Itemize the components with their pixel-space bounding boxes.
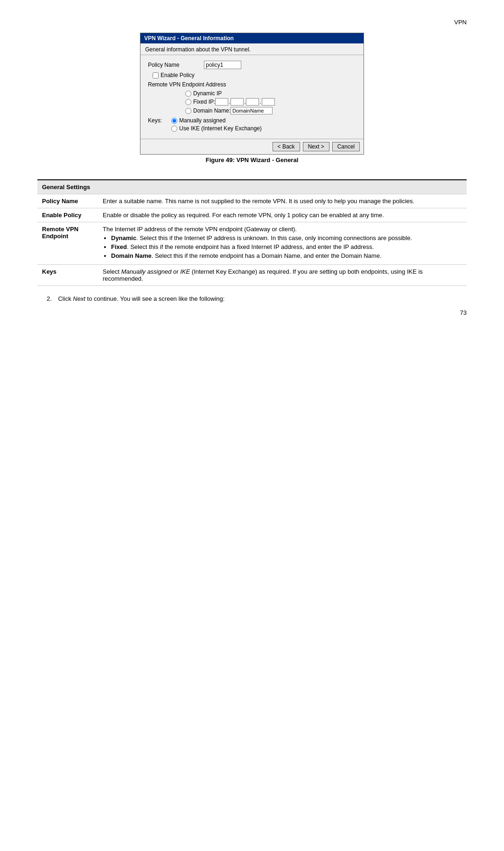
fixed-ip-octet2[interactable] xyxy=(231,98,244,106)
fixed-ip-octet4[interactable] xyxy=(262,98,275,106)
table-row: Keys Select Manually assigned or IKE (In… xyxy=(37,265,467,286)
enable-policy-row: Enable Policy xyxy=(153,72,356,78)
page-number: 73 xyxy=(460,309,467,316)
remote-vpn-term: Remote VPN Endpoint xyxy=(37,222,98,265)
dialog-body: Policy Name Enable Policy Remote VPN End… xyxy=(140,55,364,139)
manually-assigned-label: Manually assigned xyxy=(179,117,225,124)
domain-name-radio[interactable] xyxy=(185,108,191,114)
domain-name-row: Domain Name: xyxy=(185,107,356,114)
policy-name-row: Policy Name xyxy=(148,61,356,69)
vpn-section-label: VPN xyxy=(454,19,467,26)
settings-table-header: General Settings xyxy=(37,180,467,194)
domain-name-input[interactable] xyxy=(231,107,273,114)
manually-assigned-row: Manually assigned xyxy=(171,117,262,124)
step2-text: 2. Click Next to continue. You will see … xyxy=(37,295,467,302)
fixed-ip-radio[interactable] xyxy=(185,99,191,105)
table-row: Policy Name Enter a suitable name. This … xyxy=(37,194,467,208)
list-item: Dynamic. Select this if the Internet IP … xyxy=(111,234,462,241)
next-button[interactable]: Next > xyxy=(303,142,329,151)
fixed-ip-label: Fixed IP: xyxy=(193,99,215,105)
table-row: Remote VPN Endpoint The Internet IP addr… xyxy=(37,222,467,265)
general-settings-table: General Settings Policy Name Enter a sui… xyxy=(37,179,467,286)
policy-name-input[interactable] xyxy=(204,61,241,69)
domain-name-label: Domain Name: xyxy=(193,107,231,114)
enable-policy-checkbox[interactable] xyxy=(153,72,159,78)
keys-label: Keys: xyxy=(148,117,171,124)
figure-caption: Figure 49: VPN Wizard - General xyxy=(206,156,299,163)
dialog-title-bar: VPN Wizard - General Information xyxy=(140,33,364,43)
policy-name-label: Policy Name xyxy=(148,62,204,68)
dialog-footer: < Back Next > Cancel xyxy=(140,139,364,154)
ike-label: Use IKE (Internet Key Exchange) xyxy=(179,125,262,132)
policy-name-desc: Enter a suitable name. This name is not … xyxy=(98,194,467,208)
dynamic-ip-radio[interactable] xyxy=(185,91,191,97)
remote-vpn-list: Dynamic. Select this if the Internet IP … xyxy=(103,234,462,259)
dialog-wrapper: VPN Wizard - General Information General… xyxy=(37,33,467,172)
remote-vpn-label: Remote VPN Endpoint Address xyxy=(148,81,356,88)
ike-row: Use IKE (Internet Key Exchange) xyxy=(171,125,262,132)
keys-term: Keys xyxy=(37,265,98,286)
ike-radio[interactable] xyxy=(171,126,177,132)
keys-desc: Select Manually assigned or IKE (Interne… xyxy=(98,265,467,286)
cancel-button[interactable]: Cancel xyxy=(332,142,360,151)
vpn-wizard-dialog: VPN Wizard - General Information General… xyxy=(140,33,364,155)
step-number: 2. xyxy=(47,295,52,302)
radio-group-endpoint: Dynamic IP Fixed IP: . . . xyxy=(185,90,356,114)
dialog-subtitle: General information about the VPN tunnel… xyxy=(140,43,364,55)
manually-assigned-radio[interactable] xyxy=(171,118,177,124)
list-item: Domain Name. Select this if the remote e… xyxy=(111,252,462,259)
keys-section: Keys: Manually assigned Use IKE (Interne… xyxy=(148,117,356,133)
enable-policy-desc: Enable or disable the policy as required… xyxy=(98,208,467,222)
fixed-ip-octet3[interactable] xyxy=(246,98,259,106)
fixed-ip-row: Fixed IP: . . . xyxy=(185,98,356,106)
keys-options: Manually assigned Use IKE (Internet Key … xyxy=(171,117,262,133)
enable-policy-term: Enable Policy xyxy=(37,208,98,222)
dynamic-ip-label: Dynamic IP xyxy=(193,90,222,97)
list-item: Fixed. Select this if the remote endpoin… xyxy=(111,243,462,250)
remote-vpn-desc: The Internet IP address of the remote VP… xyxy=(98,222,467,265)
table-row: Enable Policy Enable or disable the poli… xyxy=(37,208,467,222)
fixed-ip-octet1[interactable] xyxy=(215,98,228,106)
back-button[interactable]: < Back xyxy=(273,142,300,151)
dynamic-ip-row: Dynamic IP xyxy=(185,90,356,97)
policy-name-term: Policy Name xyxy=(37,194,98,208)
enable-policy-label: Enable Policy xyxy=(161,72,195,78)
